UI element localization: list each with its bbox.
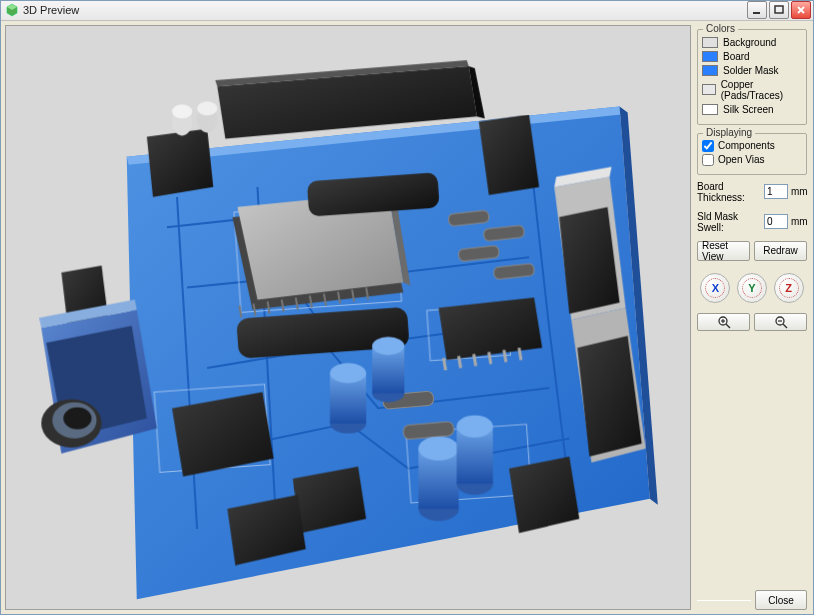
redraw-button[interactable]: Redraw — [754, 241, 807, 261]
axis-x-button[interactable]: X — [700, 273, 730, 303]
zoom-controls — [697, 313, 807, 331]
view-buttons-row: Reset View Redraw — [697, 241, 807, 261]
content-area: Colors Background Board Solder Mask Copp… — [1, 21, 813, 614]
color-row-background: Background — [702, 37, 802, 48]
mask-swell-input[interactable] — [764, 214, 788, 229]
svg-point-64 — [457, 415, 493, 437]
svg-rect-2 — [753, 12, 760, 14]
components-checkbox[interactable] — [702, 140, 714, 152]
color-row-board: Board — [702, 51, 802, 62]
openvias-label[interactable]: Open Vias — [718, 154, 765, 165]
pcb-render — [6, 26, 690, 609]
swatch-background[interactable] — [702, 37, 718, 48]
zoom-in-icon — [717, 315, 731, 329]
displaying-legend: Displaying — [703, 127, 755, 138]
color-label: Board — [723, 51, 750, 62]
openvias-checkbox[interactable] — [702, 154, 714, 166]
svg-point-32 — [197, 101, 217, 115]
color-label: Copper (Pads/Traces) — [721, 79, 802, 101]
color-row-soldermask: Solder Mask — [702, 65, 802, 76]
app-icon — [5, 3, 19, 17]
app-window: 3D Preview — [0, 0, 814, 615]
svg-point-55 — [330, 363, 366, 383]
spacer — [697, 337, 807, 586]
svg-line-37 — [459, 356, 461, 368]
viewport-3d[interactable] — [5, 25, 691, 610]
color-row-silkscreen: Silk Screen — [702, 104, 802, 115]
swatch-soldermask[interactable] — [702, 65, 718, 76]
colors-legend: Colors — [703, 23, 738, 34]
svg-marker-78 — [479, 114, 539, 194]
reset-view-button[interactable]: Reset View — [697, 241, 750, 261]
zoom-out-button[interactable] — [754, 313, 807, 331]
svg-line-38 — [474, 354, 476, 366]
zoom-out-icon — [774, 315, 788, 329]
svg-marker-28 — [147, 128, 213, 196]
close-button[interactable]: Close — [755, 590, 807, 610]
mask-swell-row: Sld Mask Swell: mm — [697, 211, 807, 233]
color-row-copper: Copper (Pads/Traces) — [702, 79, 802, 101]
window-controls — [747, 1, 811, 19]
svg-point-30 — [172, 104, 192, 118]
close-window-button[interactable] — [791, 1, 811, 19]
swatch-board[interactable] — [702, 51, 718, 62]
axis-y-button[interactable]: Y — [737, 273, 767, 303]
board-thickness-row: Board Thickness: mm — [697, 181, 807, 203]
components-label[interactable]: Components — [718, 140, 775, 151]
color-label: Background — [723, 37, 776, 48]
axis-controls: X Y Z — [697, 273, 807, 303]
svg-rect-3 — [775, 6, 783, 13]
svg-line-40 — [504, 349, 506, 361]
check-row-openvias: Open Vias — [702, 154, 802, 166]
svg-line-41 — [519, 347, 521, 359]
svg-point-61 — [418, 436, 458, 460]
svg-point-73 — [63, 407, 91, 429]
maximize-button[interactable] — [769, 1, 789, 19]
check-row-components: Components — [702, 140, 802, 152]
titlebar: 3D Preview — [1, 1, 813, 21]
board-thickness-label: Board Thickness: — [697, 181, 761, 203]
svg-point-58 — [372, 336, 404, 354]
close-row: Close — [697, 590, 807, 610]
minimize-button[interactable] — [747, 1, 767, 19]
svg-line-84 — [783, 324, 787, 328]
window-title: 3D Preview — [23, 4, 747, 16]
color-label: Solder Mask — [723, 65, 779, 76]
svg-line-36 — [444, 358, 446, 370]
svg-line-80 — [726, 324, 730, 328]
color-label: Silk Screen — [723, 104, 774, 115]
displaying-group: Displaying Components Open Vias — [697, 133, 807, 175]
axis-z-button[interactable]: Z — [774, 273, 804, 303]
swatch-silkscreen[interactable] — [702, 104, 718, 115]
zoom-in-button[interactable] — [697, 313, 750, 331]
mask-swell-unit: mm — [791, 216, 807, 227]
colors-group: Colors Background Board Solder Mask Copp… — [697, 29, 807, 125]
side-panel: Colors Background Board Solder Mask Copp… — [695, 21, 813, 614]
svg-line-39 — [489, 351, 491, 363]
board-thickness-input[interactable] — [764, 184, 788, 199]
swatch-copper[interactable] — [702, 84, 716, 95]
divider — [697, 600, 751, 601]
mask-swell-label: Sld Mask Swell: — [697, 211, 761, 233]
board-thickness-unit: mm — [791, 186, 807, 197]
